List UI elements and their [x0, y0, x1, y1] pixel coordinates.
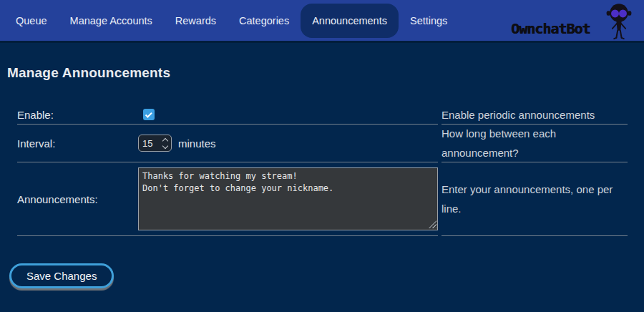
interval-input[interactable]	[139, 138, 157, 149]
announcements-description: Enter your announcements, one per line.	[441, 162, 628, 236]
brand-name: OwnchatBot	[511, 20, 590, 37]
form-row-announcements: Announcements: Thanks for watching my st…	[17, 162, 644, 236]
nav-item-queue[interactable]: Queue	[4, 4, 59, 38]
app-screen: Queue Manage Accounts Rewards Categories…	[0, 0, 644, 312]
announcements-label: Announcements:	[17, 193, 138, 205]
enable-description: Enable periodic announcements	[441, 105, 628, 125]
spinner-down-icon[interactable]	[162, 142, 168, 148]
form-row-interval: Interval: minutes How long between each …	[17, 125, 644, 162]
interval-description: How long between each announcement?	[441, 125, 628, 162]
form-row-enable: Enable: Enable periodic announcements	[17, 105, 644, 125]
save-changes-button[interactable]: Save Changes	[9, 263, 114, 288]
checkmark-icon	[145, 110, 152, 117]
nav-item-categories[interactable]: Categories	[228, 4, 301, 38]
interval-input-wrapper	[138, 135, 172, 152]
nav-item-settings[interactable]: Settings	[399, 4, 459, 38]
nav-item-rewards[interactable]: Rewards	[164, 4, 228, 38]
number-spinner	[163, 139, 167, 148]
interval-unit-label: minutes	[178, 137, 216, 150]
announcements-form: Enable: Enable periodic announcements In…	[17, 105, 644, 236]
enable-checkbox[interactable]	[143, 109, 155, 120]
announcements-textarea[interactable]: Thanks for watching my stream! Don't for…	[138, 167, 438, 230]
top-nav: Queue Manage Accounts Rewards Categories…	[0, 0, 644, 43]
brand-logo: OwnchatBot	[511, 0, 634, 41]
interval-label: Interval:	[17, 137, 138, 150]
nav-item-announcements[interactable]: Announcements	[301, 4, 399, 38]
robot-mascot-icon	[604, 1, 634, 41]
nav-item-manage-accounts[interactable]: Manage Accounts	[59, 4, 164, 38]
enable-label: Enable:	[17, 109, 138, 121]
page-title: Manage Announcements	[7, 65, 644, 81]
